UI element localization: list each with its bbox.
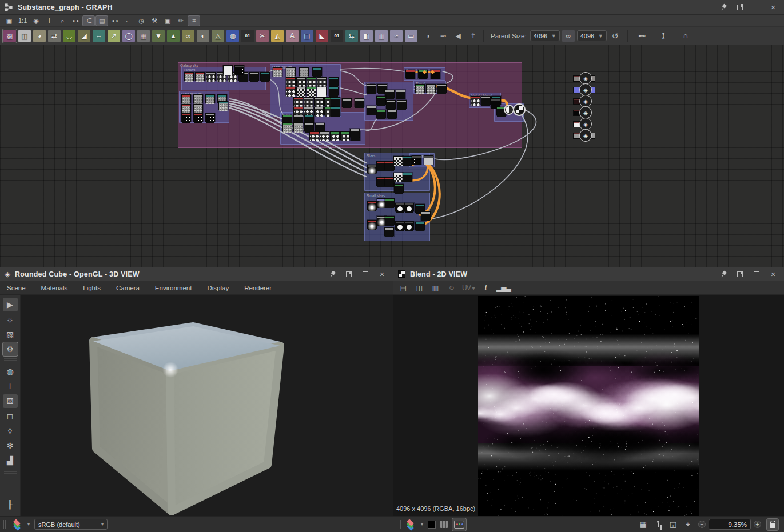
quantize-node-icon[interactable]: 01 — [241, 29, 254, 43]
layers-view-icon[interactable]: ▤ — [96, 16, 108, 26]
geometry-sphere-icon[interactable]: ◍ — [3, 365, 18, 378]
clean-graph-icon[interactable]: ✏ — [175, 16, 186, 26]
drag-grip[interactable] — [3, 520, 7, 529]
transform-node-icon[interactable]: ⇔ — [92, 29, 106, 43]
menu-scene[interactable]: Scene — [7, 285, 26, 291]
graph-node[interactable] — [376, 110, 386, 118]
camera-tool-icon[interactable]: ▶ — [3, 298, 18, 311]
tile-sampler-node-icon[interactable]: ▦ — [137, 29, 150, 43]
graph-node[interactable] — [342, 98, 352, 107]
scene-tree-icon[interactable]: ┠ — [3, 498, 18, 511]
graph-node[interactable] — [350, 129, 360, 137]
graph-node[interactable] — [367, 220, 377, 229]
view3d-viewport[interactable]: ▶☼▧⚙◍⊥⚄◻◊✻▟┠ — [0, 295, 393, 516]
blend-node-icon[interactable]: ◐ — [196, 29, 210, 43]
directional-blur-node-icon[interactable]: ◢ — [77, 29, 91, 43]
node-graph-canvas[interactable]: Galaxy skyCloudsMain textureMain cloudsM… — [0, 45, 784, 267]
graph-node[interactable] — [395, 203, 405, 211]
graph-node[interactable] — [397, 100, 407, 109]
align-vertical-icon[interactable]: ⊷ — [658, 29, 670, 43]
graph-node[interactable] — [195, 72, 205, 81]
menu-camera[interactable]: Camera — [116, 285, 140, 291]
final-output-checker-icon[interactable] — [513, 103, 526, 116]
close-icon[interactable]: × — [769, 3, 777, 11]
graph-node[interactable] — [367, 84, 376, 93]
parent-height-select[interactable]: 4096▼ — [577, 30, 607, 41]
graph-node[interactable] — [282, 123, 292, 131]
curve-node-icon[interactable]: ◡ — [62, 29, 76, 43]
axes-tool-icon[interactable]: ⊥ — [3, 379, 18, 393]
stats-tool-icon[interactable]: ▟ — [3, 454, 18, 467]
rect-pick-node-icon[interactable]: ▥ — [375, 29, 388, 43]
float-window-icon[interactable] — [736, 3, 744, 11]
light-tool-icon[interactable]: ☼ — [3, 313, 18, 326]
graph-node[interactable] — [315, 123, 325, 131]
graph-node[interactable] — [286, 67, 296, 76]
graph-node[interactable] — [367, 165, 377, 173]
output-node[interactable]: ◈ — [573, 95, 592, 107]
pin-icon[interactable] — [328, 270, 336, 278]
zoom-level-field[interactable]: 9.35% — [709, 519, 751, 530]
gradient-map-node-icon[interactable]: ◍ — [226, 29, 240, 43]
graph-node[interactable] — [384, 227, 394, 236]
slope-blur-node-icon[interactable]: ↗ — [107, 29, 121, 43]
graph-node[interactable] — [376, 96, 386, 105]
dot-connection-icon[interactable]: ⊷ — [109, 16, 121, 26]
graph-node[interactable] — [415, 222, 425, 230]
graph-node[interactable] — [296, 87, 306, 95]
graph-node[interactable] — [331, 107, 340, 115]
graph-node[interactable] — [329, 77, 339, 86]
graph-node[interactable] — [385, 198, 395, 207]
graph-node[interactable] — [331, 97, 340, 106]
paste-image-icon[interactable]: ▥ — [430, 283, 440, 293]
tiling-grid-icon[interactable]: ▦ — [639, 520, 648, 529]
image-info-icon[interactable]: i — [480, 283, 491, 293]
graph-frame[interactable]: Small stars — [364, 193, 430, 241]
menu-renderer[interactable]: Renderer — [244, 285, 272, 291]
output-node[interactable]: ◈ — [573, 106, 592, 119]
graph-node[interactable] — [205, 113, 215, 122]
color-channels-icon[interactable] — [12, 520, 22, 529]
output-node[interactable]: ◈ — [573, 83, 595, 96]
graph-node[interactable] — [234, 65, 244, 74]
graph-node[interactable] — [367, 201, 377, 210]
pin-icon[interactable] — [719, 3, 727, 11]
graph-node[interactable] — [249, 72, 259, 81]
graph-node[interactable] — [193, 104, 203, 113]
graph-node[interactable] — [205, 94, 215, 103]
graph-node[interactable] — [309, 131, 319, 140]
graph-node[interactable] — [304, 123, 314, 131]
graph-node[interactable] — [404, 203, 414, 211]
graph-node[interactable] — [286, 87, 296, 95]
menu-materials[interactable]: Materials — [41, 285, 68, 291]
graph-node[interactable] — [437, 84, 447, 93]
color-channels-icon[interactable] — [405, 520, 416, 529]
graph-view-icon[interactable]: ⋲ — [83, 16, 94, 26]
blur-node-icon[interactable]: ◕ — [33, 29, 46, 43]
background-pattern-icon[interactable] — [440, 521, 448, 528]
float-window-icon[interactable] — [345, 270, 353, 278]
menu-lights[interactable]: Lights — [83, 285, 101, 291]
pin-icon[interactable] — [719, 270, 727, 278]
graph-node[interactable] — [282, 115, 292, 123]
display-filter-button[interactable] — [452, 518, 466, 531]
fill-node-icon[interactable]: ◣ — [315, 29, 329, 43]
graph-node[interactable] — [286, 77, 296, 86]
material-output-icon[interactable]: ◈ — [579, 72, 592, 85]
graph-node[interactable] — [387, 110, 397, 118]
copy-image-icon[interactable]: ▤ — [398, 283, 408, 293]
graph-node[interactable] — [260, 72, 270, 81]
link-mode-icon[interactable]: ⊶ — [70, 16, 81, 26]
graph-node[interactable] — [320, 131, 329, 140]
graph-node[interactable] — [307, 87, 316, 95]
graph-node[interactable] — [329, 87, 339, 95]
material-output-icon[interactable]: ◈ — [579, 83, 592, 96]
pan-view-icon[interactable]: ⌖ — [683, 520, 693, 529]
zoom-out-button[interactable]: − — [698, 521, 706, 528]
transform2d-node-icon[interactable]: ⇆ — [345, 29, 359, 43]
close-icon[interactable]: × — [378, 270, 386, 278]
output-node[interactable]: ◈ — [573, 118, 592, 130]
uv-overlay-icon[interactable]: UV ▾ — [462, 283, 475, 293]
graph-node[interactable] — [317, 87, 327, 95]
snap-grid-icon[interactable]: ⌗ — [188, 16, 200, 26]
